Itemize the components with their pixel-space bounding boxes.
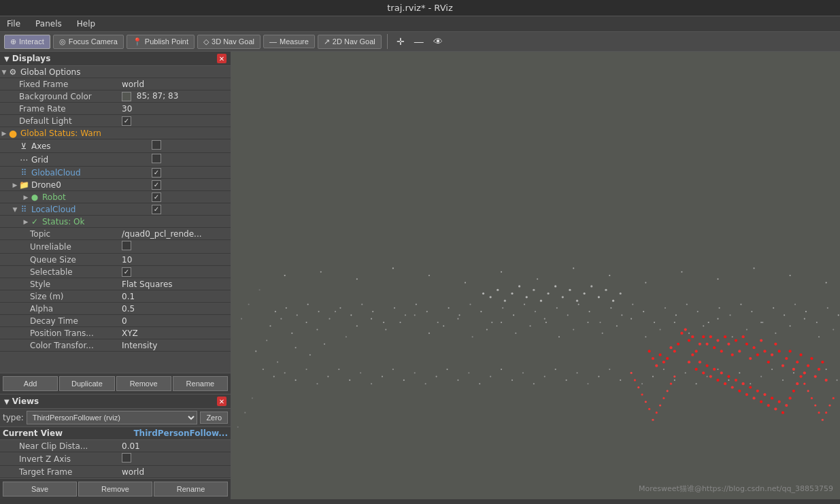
grid-checkbox[interactable] (149, 154, 231, 165)
robot-expand[interactable]: ▶ (22, 193, 30, 201)
localcloud-checkbox[interactable] (149, 204, 231, 214)
view-button[interactable]: 👁 (430, 35, 446, 48)
displays-close-button[interactable]: ✕ (217, 54, 226, 63)
svg-point-247 (673, 350, 676, 352)
background-color-value[interactable]: 85; 87; 83 (119, 91, 231, 101)
drone0-expand[interactable]: ▶ (11, 181, 19, 189)
svg-point-107 (318, 311, 320, 312)
selectable-value[interactable] (119, 267, 231, 277)
drone0-item[interactable]: ▶ 📁 Drone0 (0, 179, 231, 191)
svg-point-33 (631, 318, 632, 320)
status-ok-item[interactable]: ▶ ✓ Status: Ok (0, 216, 231, 228)
menu-panels[interactable]: Panels (33, 18, 65, 30)
decay-time-value[interactable]: 0 (119, 316, 231, 326)
measure-button[interactable]: — Measure (263, 35, 315, 48)
default-light-label: Default Light (0, 116, 119, 126)
nav-goal-3d-button[interactable]: ◇ 3D Nav Goal (197, 35, 261, 49)
global-status-expand[interactable]: ▶ (0, 129, 8, 137)
svg-point-223 (741, 335, 744, 338)
drone0-checkbox-box[interactable] (152, 180, 161, 190)
rename-button[interactable]: Rename (173, 376, 228, 391)
queue-size-value[interactable]: 10 (119, 255, 231, 265)
svg-point-51 (295, 380, 297, 381)
axes-item[interactable]: ⊻ Axes (0, 139, 231, 153)
grid-item[interactable]: ⋯ Grid (0, 153, 231, 167)
default-light-value[interactable] (119, 116, 231, 126)
drone0-checkbox[interactable] (149, 180, 231, 190)
invert-z-checkbox[interactable] (122, 453, 131, 463)
svg-point-173 (482, 292, 484, 295)
menu-help[interactable]: Help (74, 18, 98, 30)
svg-point-239 (799, 354, 802, 356)
globalcloud-expand[interactable] (11, 169, 19, 177)
svg-point-162 (465, 282, 466, 284)
unreliable-value[interactable] (119, 241, 231, 252)
views-zero-button[interactable]: Zero (200, 411, 228, 424)
near-clip-value[interactable]: 0.01 (119, 441, 231, 451)
minus-button[interactable]: — (411, 35, 427, 48)
toolbar: ⊕ Interact ◎ Focus Camera 📍 Publish Poin… (0, 32, 840, 52)
publish-point-button[interactable]: 📍 Publish Point (127, 35, 195, 49)
fixed-frame-value[interactable]: world (119, 80, 231, 89)
style-value[interactable]: Flat Squares (119, 280, 231, 289)
robot-checkbox[interactable] (149, 192, 231, 202)
views-rename-button[interactable]: Rename (154, 482, 228, 497)
svg-point-210 (699, 343, 701, 346)
svg-point-264 (720, 371, 723, 374)
displays-scroll[interactable]: ▼ ⚙ Global Options Fixed Frame world Bac… (0, 66, 231, 373)
global-options-item[interactable]: ▼ ⚙ Global Options (0, 66, 231, 78)
svg-point-237 (792, 368, 795, 371)
nav-goal-2d-button[interactable]: ↗ 2D Nav Goal (318, 35, 382, 49)
move-button[interactable]: ✛ (393, 35, 408, 48)
global-options-expand[interactable]: ▼ (0, 68, 8, 76)
globalcloud-checkbox[interactable] (149, 167, 231, 178)
localcloud-expand[interactable]: ▼ (11, 205, 19, 214)
robot-item[interactable]: ▶ ● Robot (0, 191, 231, 203)
position-transform-value[interactable]: XYZ (119, 329, 231, 338)
interact-button[interactable]: ⊕ Interact (4, 35, 50, 49)
alpha-value[interactable]: 0.5 (119, 304, 231, 314)
invert-z-value[interactable] (119, 453, 231, 465)
grid-expand[interactable] (11, 156, 19, 164)
localcloud-checkbox-box[interactable] (152, 205, 161, 214)
viewport[interactable]: // This will be handled by generated SVG… (231, 52, 840, 499)
views-save-button[interactable]: Save (3, 482, 77, 497)
focus-camera-button[interactable]: ◎ Focus Camera (53, 35, 124, 49)
axes-checkbox-box[interactable] (152, 140, 161, 150)
views-type-select[interactable]: ThirdPersonFollower (rviz) (27, 411, 198, 424)
selectable-checkbox[interactable] (122, 267, 131, 277)
menu-file[interactable]: File (4, 18, 23, 30)
views-remove-button[interactable]: Remove (78, 482, 152, 497)
svg-point-140 (675, 314, 677, 316)
svg-point-106 (307, 303, 309, 305)
svg-point-67 (468, 372, 469, 373)
localcloud-item[interactable]: ▼ ⠿ LocalCloud (0, 203, 231, 216)
svg-point-257 (695, 368, 698, 371)
topic-value[interactable]: /quad0_pcl_rende... (119, 229, 231, 239)
globalcloud-item[interactable]: ⠿ GlobalCloud (0, 167, 231, 179)
add-button[interactable]: Add (3, 376, 58, 391)
svg-point-159 (356, 278, 358, 280)
axes-expand[interactable] (11, 142, 19, 150)
size-value[interactable]: 0.1 (119, 292, 231, 301)
svg-point-279 (774, 407, 777, 410)
target-frame-value[interactable]: world (119, 467, 231, 477)
axes-checkbox[interactable] (149, 140, 231, 152)
svg-point-110 (350, 314, 352, 316)
svg-point-299 (631, 372, 633, 374)
remove-button[interactable]: Remove (116, 376, 171, 391)
robot-checkbox-box[interactable] (152, 192, 161, 202)
publish-point-icon: 📍 (133, 37, 142, 46)
views-close-button[interactable]: ✕ (217, 397, 226, 406)
global-status-item[interactable]: ▶ ● Global Status: Warn (0, 127, 231, 139)
frame-rate-value[interactable]: 30 (119, 104, 231, 114)
svg-point-224 (745, 343, 748, 346)
grid-checkbox-box[interactable] (152, 154, 161, 163)
globalcloud-checkbox-box[interactable] (152, 168, 161, 178)
status-ok-expand[interactable]: ▶ (22, 218, 30, 226)
alpha-label: Alpha (0, 304, 119, 314)
default-light-checkbox[interactable] (122, 116, 131, 126)
unreliable-checkbox[interactable] (122, 241, 131, 250)
duplicate-button[interactable]: Duplicate (59, 376, 114, 391)
color-transform-value[interactable]: Intensity (119, 341, 231, 350)
